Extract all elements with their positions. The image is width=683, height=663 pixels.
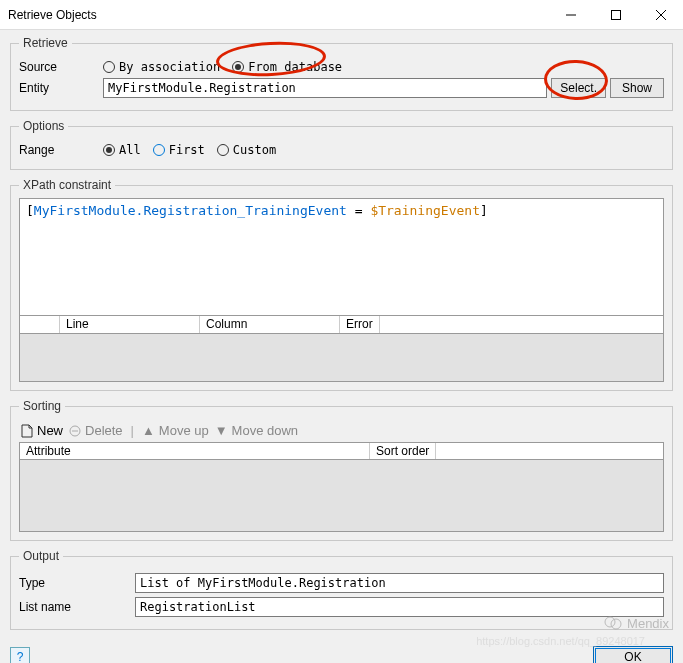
col-error: Error [340,316,380,333]
minimize-button[interactable] [548,0,593,30]
maximize-button[interactable] [593,0,638,30]
range-label: Range [19,143,103,157]
xpath-bracket-open: [ [26,203,34,218]
retrieve-legend: Retrieve [19,36,72,50]
arrow-down-icon: ▼ [215,423,228,438]
output-group: Output Type List of MyFirstModule.Regist… [10,549,673,630]
delete-icon [69,425,81,437]
window-title: Retrieve Objects [8,8,548,22]
col-column: Column [200,316,340,333]
sorting-legend: Sorting [19,399,65,413]
source-from-database-radio[interactable]: From database [232,60,342,74]
entity-value: MyFirstModule.Registration [108,81,296,95]
by-association-label: By association [119,60,220,74]
sorting-body [19,460,664,532]
entity-field[interactable]: MyFirstModule.Registration [103,78,547,98]
type-label: Type [19,576,135,590]
xpath-error-body [19,334,664,382]
help-button[interactable]: ? [10,647,30,663]
xpath-legend: XPath constraint [19,178,115,192]
delete-button[interactable]: Delete [69,423,123,438]
xpath-bracket-close: ] [480,203,488,218]
listname-field[interactable]: RegistrationList [135,597,664,617]
xpath-path: MyFirstModule.Registration_TrainingEvent [34,203,347,218]
range-first-radio[interactable]: First [153,143,205,157]
type-field: List of MyFirstModule.Registration [135,573,664,593]
source-label: Source [19,60,103,74]
move-down-button[interactable]: ▼ Move down [215,423,298,438]
show-button[interactable]: Show [610,78,664,98]
from-database-label: From database [248,60,342,74]
output-legend: Output [19,549,63,563]
separator-icon: | [131,423,134,438]
arrow-up-icon: ▲ [142,423,155,438]
select-button[interactable]: Select. [551,78,606,98]
title-bar: Retrieve Objects [0,0,683,30]
sorting-header: Attribute Sort order [19,442,664,460]
xpath-error-header: Line Column Error [19,316,664,334]
col-line: Line [60,316,200,333]
retrieve-group: Retrieve Source By association From data… [10,36,673,111]
type-value: List of MyFirstModule.Registration [140,576,386,590]
dialog-buttons: ? OK [0,642,683,663]
range-first-label: First [169,143,205,157]
range-custom-label: Custom [233,143,276,157]
col-attribute: Attribute [20,443,370,459]
listname-value: RegistrationList [140,600,256,614]
xpath-editor[interactable]: [MyFirstModule.Registration_TrainingEven… [19,198,664,316]
col-sortorder: Sort order [370,443,436,459]
sorting-group: Sorting New Delete | ▲ Move up ▼ Move do… [10,399,673,541]
move-up-button[interactable]: ▲ Move up [142,423,209,438]
close-button[interactable] [638,0,683,30]
options-legend: Options [19,119,68,133]
entity-label: Entity [19,81,103,95]
listname-label: List name [19,600,135,614]
xpath-group: XPath constraint [MyFirstModule.Registra… [10,178,673,391]
options-group: Options Range All First Custom [10,119,673,170]
source-by-association-radio[interactable]: By association [103,60,220,74]
range-custom-radio[interactable]: Custom [217,143,276,157]
sorting-toolbar: New Delete | ▲ Move up ▼ Move down [19,419,664,442]
svg-rect-1 [611,10,620,19]
file-icon [21,424,33,438]
range-all-label: All [119,143,141,157]
new-button[interactable]: New [21,423,63,438]
xpath-eq: = [347,203,370,218]
ok-button[interactable]: OK [593,646,673,663]
xpath-variable: $TrainingEvent [370,203,480,218]
range-all-radio[interactable]: All [103,143,141,157]
